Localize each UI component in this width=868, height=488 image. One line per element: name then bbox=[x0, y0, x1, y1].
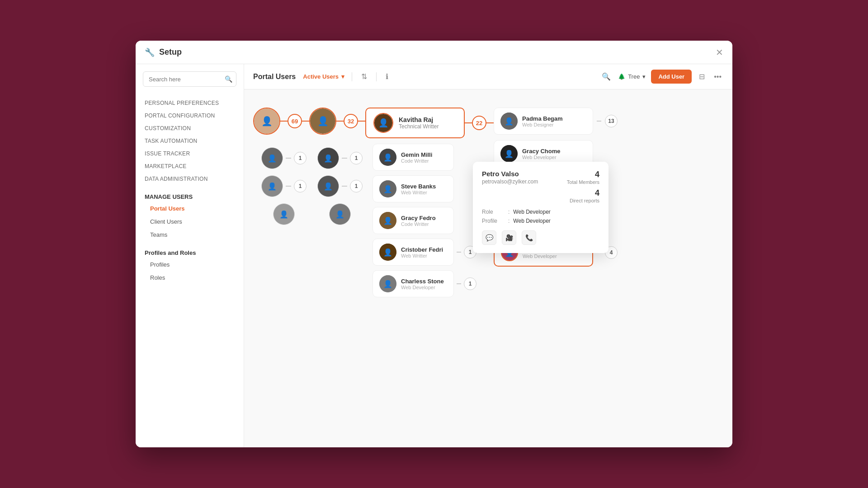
level2-avatar[interactable]: 👤 bbox=[309, 108, 336, 135]
main-panel: Portal Users Active Users ▾ ⇅ ℹ 🔍 🌲 Tree bbox=[244, 64, 732, 447]
phone-button[interactable]: 📞 bbox=[522, 230, 536, 245]
level2-node: 👤 32 bbox=[309, 108, 365, 135]
search-container: 🔍 bbox=[143, 71, 236, 87]
active-users-button[interactable]: Active Users ▾ bbox=[303, 73, 344, 80]
gracy-fedro-card[interactable]: 👤 Gracy Fedro Code Writter bbox=[373, 207, 454, 234]
sidebar-nav: PERSONAL PREFERENCES PORTAL CONFIGURATIO… bbox=[136, 94, 244, 287]
sub-avatar-4[interactable]: 👤 bbox=[317, 147, 339, 169]
charless-name: Charless Stone bbox=[401, 278, 447, 285]
sort-button[interactable]: ⇅ bbox=[359, 70, 369, 83]
sub-avatar-6[interactable]: 👤 bbox=[329, 203, 351, 225]
sub-avatar-5-img: 👤 bbox=[318, 176, 339, 197]
popup-header: Petro Valso petrovalso@zylker.com 4 Tota… bbox=[482, 170, 599, 203]
popup-direct-reports: 4 Direct reports bbox=[570, 188, 599, 203]
sub-avatar-3[interactable]: 👤 bbox=[273, 203, 295, 225]
dropdown-arrow: ▾ bbox=[341, 73, 344, 80]
popup-total-label: Total Members bbox=[567, 179, 599, 185]
gemin-card[interactable]: 👤 Gemin Milli Code Writter bbox=[373, 144, 454, 171]
sidebar-item-portal-users[interactable]: Portal Users bbox=[136, 202, 244, 215]
petro-role: Web Developer bbox=[523, 253, 586, 259]
h-connector2 bbox=[302, 121, 309, 122]
kavitha-count: 22 bbox=[472, 116, 486, 130]
steve-info: Steve Banks Web Writter bbox=[401, 183, 447, 195]
kavitha-info: Kavitha Raj Technical Writter bbox=[399, 116, 457, 130]
sub-avatar-5[interactable]: 👤 bbox=[317, 175, 339, 197]
popup-user-info: Petro Valso petrovalso@zylker.com bbox=[482, 170, 538, 203]
video-button[interactable]: 🎥 bbox=[502, 230, 516, 245]
cristober-card[interactable]: 👤 Cristober Fedri Web Writter bbox=[373, 239, 454, 266]
padma-info: Padma Begam Web Designer bbox=[522, 115, 586, 127]
col2-sub1: 👤 1 bbox=[317, 147, 363, 169]
sidebar-item-roles[interactable]: Roles bbox=[136, 271, 244, 284]
close-button[interactable]: ✕ bbox=[716, 47, 723, 58]
sidebar-item-teams[interactable]: Teams bbox=[136, 228, 244, 241]
level2-avatar-img: 👤 bbox=[310, 108, 335, 134]
charless-count: 1 bbox=[464, 277, 476, 290]
sidebar-item-portal-configuration[interactable]: PORTAL CONFIGURATION bbox=[136, 109, 244, 122]
popup-profile-label: Profile bbox=[482, 218, 505, 224]
sub-count-4: 1 bbox=[350, 152, 363, 164]
sub-avatar-2[interactable]: 👤 bbox=[261, 175, 283, 197]
popup-role-value: Web Developer bbox=[513, 209, 551, 215]
level1-avatar[interactable]: 👤 bbox=[253, 108, 280, 135]
chat-button[interactable]: 💬 bbox=[482, 230, 496, 245]
sidebar-item-customization[interactable]: CUSTOMIZATION bbox=[136, 122, 244, 135]
padma-name: Padma Begam bbox=[522, 115, 586, 122]
tree-icon: 🌲 bbox=[618, 73, 625, 80]
setup-icon: 🔧 bbox=[145, 47, 155, 57]
divider bbox=[352, 72, 352, 81]
kavitha-avatar: 👤 bbox=[373, 113, 393, 133]
col1-container: 👤 69 👤 1 bbox=[253, 108, 309, 225]
window-title: Setup bbox=[159, 47, 182, 57]
app-window: 🔧 Setup ✕ 🔍 PERSONAL PREFERENCES PORTAL … bbox=[136, 41, 732, 447]
steve-card[interactable]: 👤 Steve Banks Web Writter bbox=[373, 175, 454, 202]
add-user-button[interactable]: Add User bbox=[651, 70, 692, 84]
tree-button[interactable]: 🌲 Tree ▾ bbox=[618, 73, 646, 80]
panel-title: Portal Users bbox=[253, 73, 296, 81]
sub-avatar-3-img: 👤 bbox=[274, 204, 294, 225]
info-button[interactable]: ℹ bbox=[384, 70, 390, 83]
sub-avatar-1[interactable]: 👤 bbox=[261, 147, 283, 169]
col2-sub3: 👤 bbox=[329, 203, 351, 225]
sub-count-1: 1 bbox=[294, 152, 307, 164]
popup-actions: 💬 🎥 📞 bbox=[482, 230, 599, 245]
search-button-header[interactable]: 🔍 bbox=[600, 70, 613, 83]
sidebar-item-client-users[interactable]: Client Users bbox=[136, 215, 244, 228]
tree-label: Tree bbox=[628, 73, 640, 80]
sidebar-item-personal-preferences[interactable]: PERSONAL PREFERENCES bbox=[136, 97, 244, 109]
padma-card[interactable]: 👤 Padma Begam Web Designer bbox=[494, 108, 593, 135]
padma-row: 👤 Padma Begam Web Designer 13 bbox=[494, 108, 618, 135]
popup-direct-label: Direct reports bbox=[570, 198, 599, 203]
sidebar-item-data-administration[interactable]: DATA ADMINISTRATION bbox=[136, 173, 244, 185]
more-button[interactable]: ••• bbox=[712, 71, 723, 83]
charless-card[interactable]: 👤 Charless Stone Web Developer bbox=[373, 270, 454, 297]
sidebar-item-issue-tracker[interactable]: ISSUE TRACKER bbox=[136, 147, 244, 160]
search-icon: 🔍 bbox=[225, 75, 232, 83]
level1-count: 69 bbox=[288, 114, 302, 128]
sidebar-item-task-automation[interactable]: TASK AUTOMATION bbox=[136, 135, 244, 147]
col2-sub-avatars: 👤 1 👤 1 bbox=[317, 147, 363, 225]
popup-email: petrovalso@zylker.com bbox=[482, 178, 538, 185]
gracy-chome-info: Gracy Chome Web Developer bbox=[522, 148, 586, 160]
gracy-fedro-role: Code Writter bbox=[401, 221, 447, 227]
sub-count-5: 1 bbox=[350, 180, 363, 192]
cristober-avatar: 👤 bbox=[379, 244, 396, 261]
active-users-label: Active Users bbox=[303, 73, 339, 80]
gracy-fedro-avatar: 👤 bbox=[379, 212, 396, 229]
titlebar: 🔧 Setup ✕ bbox=[136, 41, 732, 64]
cristober-name: Cristober Fedri bbox=[401, 246, 447, 253]
sidebar-item-marketplace[interactable]: MARKETPLACE bbox=[136, 160, 244, 173]
steve-avatar: 👤 bbox=[379, 180, 396, 197]
charless-info: Charless Stone Web Developer bbox=[401, 278, 447, 290]
popup-card: Petro Valso petrovalso@zylker.com 4 Tota… bbox=[473, 162, 609, 253]
search-input[interactable] bbox=[149, 76, 225, 83]
gracy-chome-role: Web Developer bbox=[522, 155, 586, 160]
popup-stats-container: 4 Total Members 4 Direct reports bbox=[567, 170, 599, 203]
col1-sub2: 👤 1 bbox=[261, 175, 307, 197]
popup-total-num: 4 bbox=[567, 170, 599, 179]
charless-role: Web Developer bbox=[401, 285, 447, 290]
popup-stats-right: 4 Total Members 4 Direct reports bbox=[567, 170, 599, 203]
kavitha-card[interactable]: 👤 Kavitha Raj Technical Writter bbox=[365, 108, 465, 138]
sidebar-item-profiles[interactable]: Profiles bbox=[136, 258, 244, 271]
filter-button[interactable]: ⊟ bbox=[697, 70, 707, 83]
